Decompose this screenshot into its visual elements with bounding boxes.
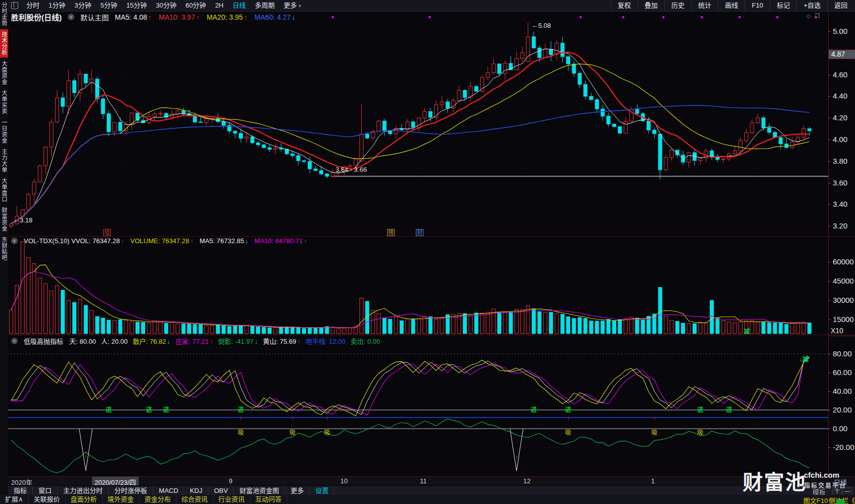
candle bbox=[377, 121, 380, 131]
volume-bar bbox=[21, 242, 24, 334]
status-item[interactable]: 境外资金 bbox=[103, 495, 140, 504]
candle bbox=[90, 79, 93, 83]
candle bbox=[515, 59, 519, 70]
chart-window-icons[interactable]: ◇❐ bbox=[806, 13, 824, 19]
f10-button[interactable]: 图文F10 bbox=[803, 495, 828, 504]
bottom-tab[interactable]: 设置 bbox=[310, 486, 334, 495]
volume-bar bbox=[607, 319, 610, 334]
status-item[interactable]: 资金分布 bbox=[140, 495, 177, 504]
sidebar-item[interactable]: 大单买卖 bbox=[0, 88, 8, 116]
chevron-down-icon[interactable]: ∨ bbox=[11, 238, 18, 244]
status-item[interactable]: 行业资讯 bbox=[213, 495, 250, 504]
sidebar-item[interactable]: 分时走势 bbox=[0, 0, 8, 28]
status-item[interactable]: 盘面分析 bbox=[66, 495, 103, 504]
axis-tick bbox=[828, 319, 831, 320]
buy-arrow-icon: ↑ bbox=[653, 415, 656, 422]
candle bbox=[503, 63, 507, 73]
candle bbox=[274, 148, 277, 149]
volume-chart[interactable] bbox=[8, 246, 828, 335]
sidebar-item[interactable]: 技术分析 bbox=[0, 29, 8, 58]
header-value: 地平线: 12.00 bbox=[306, 336, 346, 346]
volume-bar bbox=[480, 313, 484, 334]
absorb-signal-label: 吸 bbox=[238, 429, 244, 436]
volume-bar bbox=[377, 313, 380, 334]
bottom-tab[interactable]: OBV bbox=[208, 486, 234, 495]
volume-bar bbox=[256, 327, 260, 334]
bottom-tab[interactable]: 指标 bbox=[8, 486, 33, 495]
price-label: 3.40 bbox=[833, 200, 847, 208]
buy-arrow-icon: ↑ bbox=[239, 415, 243, 422]
sidebar-item[interactable]: 一日资金 bbox=[0, 117, 8, 146]
trend-down-icon: ↓ bbox=[292, 13, 295, 21]
chevron-down-icon[interactable]: ∨ bbox=[68, 14, 74, 20]
bottom-tab[interactable]: MACD bbox=[153, 486, 184, 495]
volume-bar bbox=[595, 321, 598, 334]
candle bbox=[664, 158, 668, 170]
candle bbox=[107, 114, 111, 132]
volume-bar bbox=[693, 324, 696, 334]
candle bbox=[314, 169, 317, 170]
bottom-tab[interactable]: KDJ bbox=[184, 486, 208, 495]
bottom-tab[interactable]: 主力进出分时 bbox=[58, 486, 109, 495]
ma-values: MA5: 4.08↑MA10: 3.97↑MA20: 3.95↑MA60: 4.… bbox=[115, 13, 295, 21]
volume-bar bbox=[55, 286, 59, 334]
volume-bar bbox=[756, 322, 759, 334]
price-axis: 5.004.804.604.404.204.003.803.603.403.20… bbox=[828, 11, 855, 477]
volume-bar bbox=[107, 320, 111, 334]
sidebar-item[interactable]: 财富资金 bbox=[0, 205, 8, 234]
sidebar-item[interactable]: 东财贴吧 bbox=[0, 235, 8, 263]
layout-label[interactable]: 默认主图 bbox=[80, 12, 109, 22]
candle bbox=[176, 111, 180, 114]
volume-bar bbox=[641, 320, 645, 334]
main-price-chart[interactable]: ←5.08←3.183.64 - 3.66 bbox=[8, 14, 828, 230]
status-item[interactable]: 互动问答 bbox=[250, 495, 287, 504]
volume-bar bbox=[630, 317, 633, 334]
volume-bar bbox=[199, 325, 202, 334]
candle bbox=[521, 53, 524, 59]
buy-signal-label: 进 bbox=[163, 406, 169, 414]
volume-bar bbox=[807, 323, 811, 334]
volume-bar bbox=[72, 302, 76, 334]
indicator-chart[interactable]: 进进进进进进进进↑↑↑↑↑吸吸吸吸吸吸↑↑↓减 bbox=[8, 346, 828, 477]
chevron-down-icon[interactable]: ∨ bbox=[11, 338, 18, 344]
sidebar-item[interactable]: 大单盘口 bbox=[0, 176, 8, 204]
candle bbox=[549, 49, 553, 55]
candle bbox=[790, 142, 794, 148]
candle bbox=[331, 172, 334, 176]
window-restore-icon[interactable]: ❐ bbox=[815, 13, 824, 19]
axis-tick bbox=[828, 373, 831, 373]
volume-bar bbox=[509, 312, 512, 334]
diamond-icon[interactable]: ◇ bbox=[806, 13, 815, 19]
trend-down-icon: ↓ bbox=[245, 237, 249, 245]
volume-bar bbox=[435, 319, 438, 334]
bottom-tab[interactable]: 更多 bbox=[285, 486, 310, 495]
candle bbox=[543, 49, 547, 58]
bottom-tab[interactable]: 分时涨停板 bbox=[109, 486, 153, 495]
candle bbox=[658, 134, 662, 170]
status-item[interactable]: 关联报价 bbox=[29, 495, 66, 504]
sidebar-item[interactable]: 大盘资金 bbox=[0, 59, 8, 87]
volume-bar bbox=[233, 326, 237, 334]
event-dot bbox=[332, 16, 334, 18]
volume-bar bbox=[67, 300, 70, 334]
header-value: 庄家: 77.21↑ bbox=[176, 336, 213, 346]
price-label: 4.20 bbox=[833, 113, 847, 122]
sidebar-item[interactable]: 主力大单 bbox=[0, 147, 8, 175]
volume-bar bbox=[762, 322, 765, 334]
volume-bar bbox=[555, 313, 559, 334]
candle bbox=[779, 138, 783, 144]
bottom-tab[interactable]: 财富池资金图 bbox=[234, 486, 285, 495]
axis-tick bbox=[828, 140, 831, 140]
axis-tick bbox=[828, 262, 831, 262]
absorb-signal-label: 吸 bbox=[289, 429, 295, 436]
indicator-title[interactable]: 低吸高抛指标 bbox=[24, 336, 63, 346]
volume-bar bbox=[429, 317, 432, 334]
candle bbox=[475, 86, 478, 91]
candle bbox=[733, 151, 737, 154]
volume-bar bbox=[118, 320, 122, 334]
volume-bar bbox=[532, 309, 536, 334]
status-item[interactable]: 扩展∧ bbox=[0, 495, 29, 504]
header-value: 卖出: 0.00 bbox=[351, 336, 380, 346]
bottom-tab[interactable]: 窗口 bbox=[33, 486, 58, 495]
status-item[interactable]: 综合资讯 bbox=[177, 495, 213, 504]
